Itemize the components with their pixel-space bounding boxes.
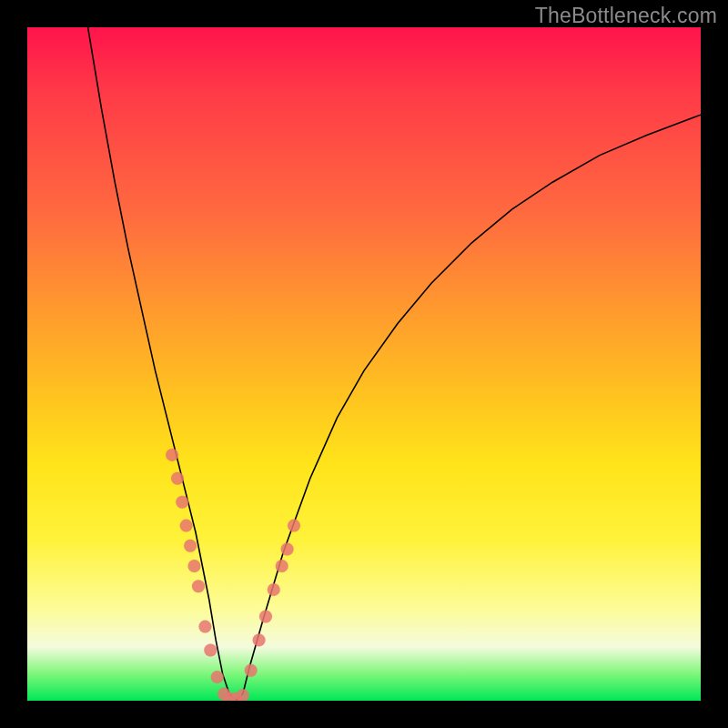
highlight-dot <box>268 583 280 596</box>
highlight-dot <box>180 520 193 532</box>
highlight-dots-group <box>166 449 300 701</box>
highlight-dot <box>259 611 272 623</box>
highlight-dot <box>198 621 211 633</box>
highlight-dot <box>188 560 201 572</box>
highlight-dot <box>204 644 217 657</box>
watermark-text: TheBottleneck.com <box>535 4 717 28</box>
highlight-dot <box>211 671 224 683</box>
highlight-dot <box>166 449 178 461</box>
highlight-dot <box>288 520 300 532</box>
highlight-dot <box>171 472 184 485</box>
plot-area <box>27 27 701 701</box>
highlight-dot <box>237 689 249 701</box>
highlight-dot <box>176 496 188 509</box>
highlight-dot <box>245 664 258 677</box>
highlight-dot <box>253 633 266 646</box>
highlight-dot <box>276 560 288 572</box>
highlight-dot <box>281 543 294 556</box>
curve-svg <box>27 27 701 701</box>
highlight-dot <box>192 580 205 592</box>
highlight-dot <box>184 540 197 552</box>
chart-frame: TheBottleneck.com <box>0 0 728 728</box>
bottleneck-curve <box>88 27 701 701</box>
